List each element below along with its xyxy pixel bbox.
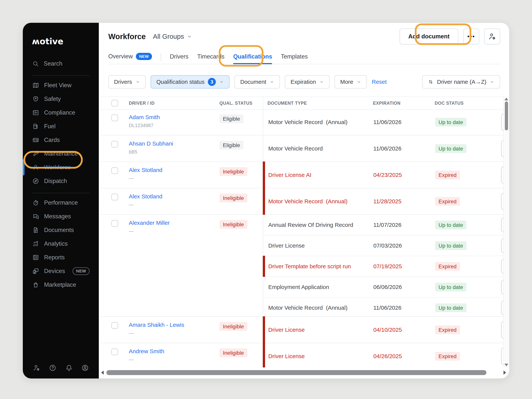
sidebar-item-compliance[interactable]: Compliance [23,106,99,120]
vertical-scrollbar[interactable] [503,96,509,367]
app-window: ʍotive Search Fleet ViewSafetyCompliance… [23,23,509,379]
tab-overview[interactable]: OverviewNEW [108,53,152,64]
sidebar-item-maintenance[interactable]: Maintenance [23,147,99,161]
document-row[interactable]: Driver License04/26/2025Expired [263,343,503,367]
column-header-document-type: DOCUMENT TYPE [267,101,307,106]
documents-cell: Annual Review Of Driving Record11/07/202… [263,215,503,316]
sidebar-item-cards[interactable]: Cards [23,133,99,147]
filter-document[interactable]: Document [234,75,280,89]
scroll-left-arrow-icon[interactable] [101,370,104,375]
horizontal-scroll-thumb[interactable] [106,370,486,375]
sidebar-item-reports[interactable]: Reports [23,251,99,264]
row-checkbox[interactable] [111,114,118,121]
driver-link[interactable]: Amara Shaikh - Lewis [129,322,184,328]
sidebar-item-label: Safety [44,95,61,102]
filter-qualification-status[interactable]: Qualification status3 [151,75,229,89]
chevron-down-icon [357,80,361,84]
row-action-stub[interactable] [501,114,503,131]
account-icon[interactable] [81,364,89,372]
document-row[interactable]: Motor Vehicle Record (Annual)11/06/2026U… [263,298,503,318]
row-action-stub[interactable] [501,166,503,184]
tab-divider [161,53,161,61]
sidebar-item-marketplace[interactable]: Marketplace [23,278,99,292]
driver-cell: Adam SmithDL1234987 [129,114,160,128]
document-row[interactable]: Motor Vehicle Record (Annual)11/06/2026U… [263,109,503,135]
filter-expiration[interactable]: Expiration [285,75,329,89]
reset-filters-link[interactable]: Reset [372,79,387,85]
scroll-up-arrow-icon[interactable] [504,98,508,100]
row-checkbox[interactable] [111,348,118,355]
more-actions-button[interactable]: ••• [463,28,479,44]
row-checkbox[interactable] [111,141,118,148]
driver-link[interactable]: Alex Stotland [129,167,162,173]
tab-timecards[interactable]: Timecards [197,53,225,64]
row-action-stub[interactable] [501,238,503,253]
help-icon[interactable] [49,364,57,372]
tab-label: Qualifications [233,53,272,60]
row-action-stub[interactable] [501,280,503,294]
row-checkbox[interactable] [111,167,118,174]
driver-cell: Alexander Miller— [129,220,170,234]
driver-link[interactable]: Alexander Miller [129,220,170,226]
driver-link[interactable]: Adam Smith [129,114,160,120]
user-gear-icon[interactable] [33,364,40,372]
sidebar-search[interactable]: Search [23,57,99,70]
sidebar-item-analytics[interactable]: Analytics [23,237,99,251]
document-row[interactable]: Employment Application06/06/2026Up to da… [263,277,503,298]
row-checkbox[interactable] [111,194,118,200]
sidebar-item-dispatch[interactable]: Dispatch [23,174,99,188]
tab-qualifications[interactable]: Qualifications [233,53,272,64]
group-selector-label: All Groups [153,33,184,40]
sidebar-item-fleet-view[interactable]: Fleet View [23,78,99,92]
analytics-icon [32,240,39,247]
sidebar-item-devices[interactable]: DevicesNEW [23,264,99,278]
table-row: Andrew Smith—IneligibleDriver License04/… [101,343,503,367]
document-row[interactable]: Annual Review Of Driving Record11/07/202… [263,215,503,235]
document-row[interactable]: Driver License AI04/23/2025Expired [263,162,503,188]
filter-more[interactable]: More [335,75,367,89]
row-action-stub[interactable] [501,193,503,210]
document-row[interactable]: Driver Template before script run07/19/2… [263,256,503,277]
sidebar-item-performance[interactable]: Performance [23,196,99,209]
vertical-scroll-thumb[interactable] [505,101,508,130]
scroll-right-arrow-icon[interactable] [504,370,506,375]
driver-id: DL1234987 [129,123,160,128]
filter-drivers[interactable]: Drivers [108,75,146,89]
document-row[interactable]: Motor Vehicle Record (Annual)11/28/2025E… [263,188,503,214]
sort-selector[interactable]: Driver name (A→Z) [422,75,500,89]
sidebar-item-messages[interactable]: Messages [23,209,99,223]
document-row[interactable]: Driver License07/03/2026Up to date [263,235,503,256]
driver-link[interactable]: Andrew Smith [129,348,164,354]
map-icon [32,82,39,89]
bell-icon[interactable] [65,364,73,372]
sidebar-item-workforce[interactable]: Workforce [23,161,99,174]
row-action-stub[interactable] [501,348,503,365]
column-header-qual-status: QUAL. STATUS [219,101,253,106]
row-action-stub[interactable] [501,218,503,232]
sidebar-item-safety[interactable]: Safety [23,92,99,106]
row-checkbox[interactable] [111,322,118,329]
select-all-checkbox[interactable] [111,100,118,107]
doc-expiration: 11/28/2025 [373,198,401,205]
filter-label: Expiration [291,79,316,85]
user-settings-button[interactable] [484,28,500,44]
sidebar-item-documents[interactable]: Documents [23,223,99,237]
row-action-stub[interactable] [501,140,503,157]
document-row[interactable]: Driver License04/10/2025Expired [263,317,503,343]
scroll-down-arrow-icon[interactable] [504,364,508,366]
group-selector[interactable]: All Groups [153,33,192,40]
row-checkbox[interactable] [111,220,118,227]
driver-link[interactable]: Ahsan D Subhani [129,140,173,147]
tab-drivers[interactable]: Drivers [170,53,189,64]
horizontal-scrollbar[interactable] [101,370,501,375]
sidebar-item-label: Performance [44,199,78,206]
add-document-button[interactable]: Add document [399,28,458,44]
row-action-stub[interactable] [501,300,503,315]
row-action-stub[interactable] [501,259,503,274]
tab-templates[interactable]: Templates [281,53,308,64]
driver-link[interactable]: Alex Stotland [129,193,162,200]
row-action-stub[interactable] [501,321,503,339]
sidebar-item-fuel[interactable]: Fuel [23,120,99,133]
document-row[interactable]: Motor Vehicle Record11/06/2026Up to date [263,135,503,162]
qual-status-badge: Eligible [219,141,243,150]
